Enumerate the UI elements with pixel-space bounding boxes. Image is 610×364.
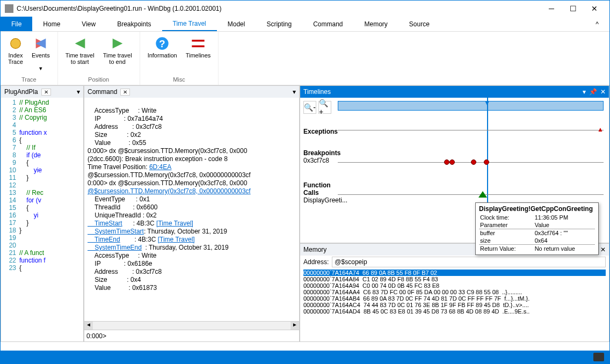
timeend-link[interactable]: TimeEnd bbox=[88, 236, 120, 243]
app-icon bbox=[5, 4, 13, 13]
feedback-icon[interactable] bbox=[593, 353, 604, 361]
window-title: C:\Users\Documents\DisplayGreeting01.run… bbox=[17, 5, 541, 12]
close-button[interactable]: ✕ bbox=[584, 1, 605, 16]
ribbon: Index Trace Events▾ Trace Time travel to… bbox=[1, 32, 609, 85]
parameter-header: Parameter bbox=[479, 221, 534, 229]
menu-command[interactable]: Command bbox=[302, 17, 353, 31]
command-output[interactable]: AccessType : Write IP : 0x7a164a74 Addre… bbox=[84, 98, 299, 321]
param-name: size bbox=[479, 237, 534, 245]
clock-time-value: 11:36:05 PM bbox=[534, 214, 595, 221]
index-trace-button[interactable]: Index Trace bbox=[5, 34, 26, 74]
systemtimeend-link[interactable]: SystemTimeEnd bbox=[88, 244, 142, 251]
svg-point-0 bbox=[11, 39, 21, 49]
address-label: Address: bbox=[303, 258, 329, 266]
memory-tab-label: Memory bbox=[303, 246, 326, 253]
breakpoint-marker[interactable] bbox=[484, 159, 489, 165]
return-value: No return value bbox=[534, 245, 595, 253]
maximize-button[interactable]: ☐ bbox=[562, 1, 584, 16]
breakpoint-marker[interactable] bbox=[449, 159, 455, 165]
command-panel: Command ✕ ▾ AccessType : Write IP : 0x7a… bbox=[84, 85, 300, 342]
function-call-tooltip: DisplayGreeting!GetCppConGreeting Clock … bbox=[475, 202, 599, 255]
ribbon-collapse-icon[interactable]: ^ bbox=[585, 17, 609, 31]
close-icon[interactable]: ✕ bbox=[600, 246, 606, 253]
h-scrollbar[interactable]: ◄► bbox=[84, 321, 299, 330]
command-tab-label[interactable]: Command bbox=[88, 88, 117, 96]
breakpoint-marker[interactable] bbox=[471, 159, 476, 165]
position-group-label: Position bbox=[62, 74, 135, 83]
menu-model[interactable]: Model bbox=[217, 17, 256, 31]
exceptions-label: Exceptions bbox=[303, 128, 338, 135]
breakpoint-address: 0x3cf7c8 bbox=[303, 157, 338, 164]
menu-memory[interactable]: Memory bbox=[354, 17, 398, 31]
menu-view[interactable]: View bbox=[71, 17, 106, 31]
timeline-track[interactable] bbox=[338, 101, 604, 111]
menu-breakpoints[interactable]: Breakpoints bbox=[106, 17, 162, 31]
memory-panel: Memory ✕ Address: 00000000`7A164A74 66 8… bbox=[300, 243, 609, 342]
time-travel-start-button[interactable]: Time travel to start bbox=[62, 34, 98, 74]
timelines-tab-label: Timelines bbox=[303, 88, 331, 96]
breakpoint-marker[interactable] bbox=[444, 159, 449, 165]
time-travel-link[interactable]: [Time Travel] bbox=[158, 236, 195, 243]
code-area[interactable]: 1// PlugAnd2// An ES63// Copyrig45functi… bbox=[1, 98, 83, 341]
title-bar: C:\Users\Documents\DisplayGreeting01.run… bbox=[1, 1, 609, 17]
misc-group-label: Misc bbox=[144, 74, 214, 83]
status-bar bbox=[1, 351, 609, 363]
events-icon bbox=[33, 36, 48, 51]
memory-hex-view[interactable]: 00000000`7A164A74 66 89 0A 8B 55 F8 0F B… bbox=[300, 268, 609, 341]
menu-source[interactable]: Source bbox=[398, 17, 440, 31]
play-forward-icon bbox=[110, 36, 125, 51]
function-name: DisplayGreeti... bbox=[303, 196, 338, 204]
time-travel-end-button[interactable]: Time travel to end bbox=[100, 34, 135, 74]
svg-rect-8 bbox=[192, 46, 204, 48]
panel-menu-icon[interactable]: ▾ bbox=[293, 88, 296, 96]
index-trace-icon bbox=[8, 36, 23, 51]
time-travel-link[interactable]: [Time Travel] bbox=[156, 220, 193, 227]
exception-marker-icon[interactable]: ▲ bbox=[597, 126, 604, 133]
timelines-icon bbox=[191, 36, 206, 51]
menu-file[interactable]: File bbox=[1, 17, 32, 31]
zoom-in-button[interactable]: 🔍+ bbox=[318, 101, 331, 114]
close-icon[interactable]: ✕ bbox=[120, 89, 130, 96]
command-input[interactable]: 0:000> bbox=[84, 330, 299, 341]
function-call-marker[interactable] bbox=[478, 191, 487, 198]
pin-icon[interactable]: 📌 bbox=[589, 88, 597, 96]
menu-time-travel[interactable]: Time Travel bbox=[162, 17, 217, 31]
menu-home[interactable]: Home bbox=[32, 17, 71, 31]
breakpoints-label: Breakpoints bbox=[303, 149, 340, 157]
timelines-header: Timelines ▾ 📌 ✕ bbox=[300, 86, 609, 98]
param-value: 0x3cf764 : "" bbox=[534, 229, 595, 237]
timestart-link[interactable]: TimeStart bbox=[88, 220, 122, 227]
events-button[interactable]: Events▾ bbox=[28, 34, 53, 74]
clock-time-label: Clock time: bbox=[479, 214, 534, 221]
tooltip-title: DisplayGreeting!GetCppConGreeting bbox=[479, 205, 595, 213]
svg-marker-3 bbox=[75, 39, 85, 49]
time-travel-position-link[interactable]: 6D:4EA bbox=[149, 163, 171, 171]
svg-rect-7 bbox=[192, 40, 204, 42]
address-input[interactable] bbox=[332, 257, 606, 267]
value-header: Value bbox=[534, 221, 595, 229]
menu-bar: File Home View Breakpoints Time Travel M… bbox=[1, 17, 609, 32]
close-icon[interactable]: ✕ bbox=[600, 88, 606, 96]
function-calls-label: Function Calls bbox=[303, 181, 331, 196]
svg-text:?: ? bbox=[159, 38, 165, 49]
play-back-icon bbox=[72, 36, 88, 51]
param-name: buffer bbox=[479, 229, 534, 237]
trace-group-label: Trace bbox=[5, 74, 53, 83]
source-panel: PlugAndPla ✕ ▾ 1// PlugAnd2// An ES63// … bbox=[1, 85, 84, 342]
source-tab-label[interactable]: PlugAndPla bbox=[4, 88, 38, 96]
param-value: 0x64 bbox=[534, 237, 595, 245]
information-button[interactable]: ? Information bbox=[144, 34, 180, 74]
panel-menu-icon[interactable]: ▾ bbox=[77, 88, 80, 96]
info-icon: ? bbox=[155, 36, 170, 51]
return-value-label: Return Value: bbox=[479, 245, 534, 253]
close-icon[interactable]: ✕ bbox=[41, 89, 51, 96]
svg-marker-4 bbox=[112, 39, 122, 49]
minimize-button[interactable]: ─ bbox=[541, 1, 562, 16]
zoom-out-button[interactable]: 🔍- bbox=[303, 101, 316, 114]
timelines-button[interactable]: Timelines bbox=[183, 34, 214, 74]
systemtimestart-link[interactable]: SystemTimeStart bbox=[88, 228, 144, 235]
memory-query-link[interactable]: @$cursession.TTD.Memory(0x3cf7c8, 0x0000… bbox=[88, 187, 251, 195]
dropdown-icon[interactable]: ▾ bbox=[583, 88, 586, 96]
menu-scripting[interactable]: Scripting bbox=[256, 17, 302, 31]
